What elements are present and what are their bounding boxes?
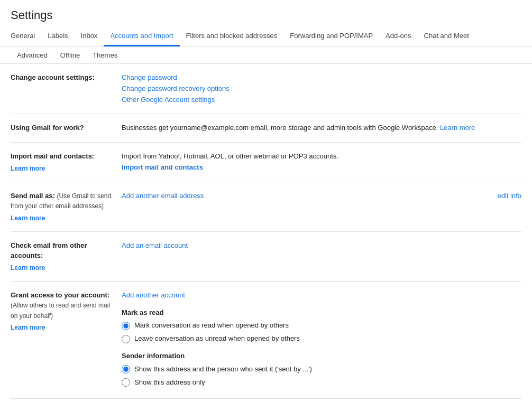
import-link[interactable]: Import mail and contacts	[122, 163, 203, 171]
nav-tab-add-ons[interactable]: Add-ons	[379, 26, 417, 45]
sender-radio-2[interactable]	[122, 378, 130, 387]
mark-read-label-1: Mark conversation as read when opened by…	[134, 320, 289, 331]
gmail-work-text: Businesses get yourname@example.com emai…	[122, 124, 438, 132]
nav-tab-themes[interactable]: Themes	[86, 47, 124, 63]
nav-tab-chat-and-meet[interactable]: Chat and Meet	[418, 26, 475, 45]
sender-label-1: Show this address and the person who sen…	[134, 364, 312, 375]
sender-info-group: Sender information Show this address and…	[122, 351, 521, 388]
mark-read-label-2: Leave conversation as unread when opened…	[134, 333, 300, 344]
settings-content: Change account settings: Change password…	[0, 64, 532, 402]
sender-label-2: Show this address only	[134, 377, 205, 388]
check-email-row: Check email from other accounts: Learn m…	[11, 232, 521, 282]
import-description: Import from Yahoo!, Hotmail, AOL, or oth…	[122, 152, 338, 160]
nav-tab-filters-and-blocked-addresses[interactable]: Filters and blocked addresses	[180, 26, 284, 45]
gmail-work-value: Businesses get yourname@example.com emai…	[122, 123, 521, 134]
change-account-value: Change password Change password recovery…	[122, 72, 521, 105]
add-email-account-link[interactable]: Add an email account	[122, 241, 188, 249]
nav-tab-advanced[interactable]: Advanced	[11, 47, 54, 63]
change-account-row: Change account settings: Change password…	[11, 64, 521, 114]
send-mail-value: Add another email address edit info	[122, 191, 521, 202]
gmail-work-row: Using Gmail for work? Businesses get you…	[11, 114, 521, 143]
grant-access-label: Grant access to your account: (Allow oth…	[11, 290, 122, 333]
import-learn-more[interactable]: Learn more	[11, 164, 113, 173]
mark-as-read-heading: Mark as read	[122, 307, 521, 319]
mark-read-option-2: Leave conversation as unread when opened…	[122, 333, 521, 344]
nav-tab-general[interactable]: General	[11, 26, 41, 45]
nav-tab-accounts-and-import[interactable]: Accounts and Import	[104, 26, 179, 46]
change-account-label: Change account settings:	[11, 72, 122, 83]
add-email-address-link[interactable]: Add another email address	[122, 191, 204, 202]
nav-tabs-row1: GeneralLabelsInboxAccounts and ImportFil…	[0, 26, 532, 47]
send-mail-label: Send mail as: (Use Gmail to send from yo…	[11, 191, 122, 223]
edit-info-link[interactable]: edit info	[497, 191, 521, 202]
grant-access-value: Add another account Mark as read Mark co…	[122, 290, 521, 390]
grant-access-sub-label: (Allow others to read and send mail on y…	[11, 302, 110, 320]
sender-info-heading: Sender information	[122, 351, 521, 362]
check-email-learn-more[interactable]: Learn more	[11, 263, 113, 273]
add-another-account-link[interactable]: Add another account	[122, 291, 185, 299]
grant-access-row: Grant access to your account: (Allow oth…	[11, 282, 521, 399]
send-mail-row: Send mail as: (Use Gmail to send from yo…	[11, 182, 521, 232]
google-account-settings-link[interactable]: Other Google Account settings	[122, 96, 215, 104]
nav-tab-forwarding-and-popimap[interactable]: Forwarding and POP/IMAP	[283, 26, 379, 45]
check-email-label: Check email from other accounts: Learn m…	[11, 240, 122, 273]
mark-read-radio-1[interactable]	[122, 322, 130, 330]
import-value: Import from Yahoo!, Hotmail, AOL, or oth…	[122, 151, 521, 173]
send-mail-learn-more[interactable]: Learn more	[11, 213, 113, 223]
page-title: Settings	[0, 0, 532, 26]
change-password-link[interactable]: Change password	[122, 73, 177, 81]
grant-access-learn-more[interactable]: Learn more	[11, 323, 113, 332]
gmail-work-label: Using Gmail for work?	[11, 123, 122, 133]
nav-tab-offline[interactable]: Offline	[54, 47, 86, 63]
change-password-recovery-link[interactable]: Change password recovery options	[122, 85, 230, 92]
storage-row: Add additional storage: You are currentl…	[11, 399, 521, 402]
sender-option-1: Show this address and the person who sen…	[122, 364, 521, 375]
mark-read-option-1: Mark conversation as read when opened by…	[122, 320, 521, 331]
mark-read-radio-2[interactable]	[122, 335, 130, 343]
nav-tab-inbox[interactable]: Inbox	[75, 26, 104, 45]
nav-tabs-row2: AdvancedOfflineThemes	[0, 47, 532, 64]
import-label: Import mail and contacts: Learn more	[11, 151, 122, 173]
mark-as-read-group: Mark as read Mark conversation as read w…	[122, 307, 521, 344]
check-email-value: Add an email account	[122, 240, 521, 251]
import-row: Import mail and contacts: Learn more Imp…	[11, 143, 521, 182]
sender-option-2: Show this address only	[122, 377, 521, 388]
gmail-work-learn-more[interactable]: Learn more	[440, 124, 475, 132]
nav-tab-labels[interactable]: Labels	[41, 26, 74, 45]
sender-radio-1[interactable]	[122, 365, 130, 373]
send-mail-inner: Add another email address edit info	[122, 191, 521, 202]
